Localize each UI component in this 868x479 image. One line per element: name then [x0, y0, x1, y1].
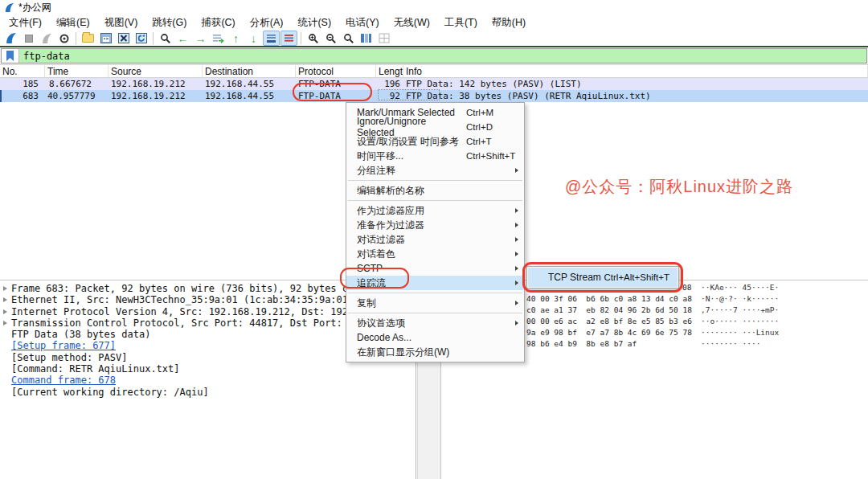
- display-filter-input[interactable]: ftp-data: [1, 48, 867, 63]
- column-header-protocol[interactable]: Protocol: [296, 65, 376, 77]
- toolbar-separator: [301, 32, 301, 44]
- detail-line-command-frame[interactable]: Command frame: 678: [0, 375, 416, 386]
- watermark-annotation: @公众号：阿秋Linux进阶之路: [565, 176, 793, 198]
- menu-item-copy[interactable]: 复制: [346, 296, 524, 310]
- bookmark-icon: [6, 51, 14, 61]
- menu-item-prepare-as-filter[interactable]: 准备作为过滤器: [346, 218, 524, 232]
- zoom-in-icon[interactable]: [305, 31, 321, 46]
- go-to-packet-icon[interactable]: [210, 31, 227, 46]
- window-title: *办公网: [18, 1, 51, 14]
- menu-capture[interactable]: 捕获(C): [194, 14, 242, 31]
- menu-item-time-reference[interactable]: 设置/取消设置 时间参考Ctrl+T: [346, 134, 524, 149]
- submenu-arrow-icon: [515, 252, 518, 256]
- focused-cell-outline: [378, 89, 440, 100]
- capture-options-icon[interactable]: [55, 31, 72, 46]
- close-file-icon[interactable]: [115, 31, 132, 46]
- menu-go[interactable]: 跳转(G): [145, 14, 194, 31]
- open-file-icon[interactable]: [80, 31, 96, 46]
- submenu-arrow-icon: [515, 301, 518, 305]
- packet-row-185[interactable]: 185 8.667672 192.168.19.212 192.168.44.5…: [0, 78, 868, 90]
- cell-source: 192.168.19.212: [108, 91, 203, 101]
- go-up-icon[interactable]: ↑: [227, 31, 244, 46]
- submenu-arrow-icon: [515, 266, 518, 271]
- menu-separator: [348, 200, 522, 201]
- filter-value[interactable]: ftp-data: [19, 51, 70, 62]
- reload-file-icon[interactable]: [133, 31, 149, 46]
- zoom-out-icon[interactable]: [322, 31, 339, 46]
- restart-capture-icon[interactable]: [38, 31, 55, 46]
- resize-columns-icon[interactable]: [358, 31, 375, 46]
- start-capture-icon[interactable]: [2, 31, 19, 46]
- menu-tools[interactable]: 工具(T): [437, 14, 485, 31]
- follow-stream-submenu: TCP Stream Ctrl+Alt+Shift+T: [526, 266, 679, 289]
- auto-scroll-icon[interactable]: [263, 31, 280, 46]
- menu-item-colorize-conversation[interactable]: 对话着色: [346, 247, 524, 261]
- menu-analyze[interactable]: 分析(A): [243, 14, 291, 31]
- column-header-length[interactable]: Lengt: [376, 65, 403, 77]
- expand-icon[interactable]: [3, 309, 7, 314]
- cell-destination: 192.168.44.55: [203, 91, 296, 101]
- cell-time: 8.667672: [45, 79, 108, 89]
- menu-item-ignore-unignore[interactable]: Ignore/Unignore SelectedCtrl+D: [346, 120, 524, 134]
- detail-line-cwd[interactable]: [Current working directory: /Aqiu]: [0, 387, 416, 398]
- column-header-time[interactable]: Time: [45, 65, 108, 77]
- toolbar-separator: [76, 32, 76, 44]
- go-forward-icon[interactable]: →: [192, 31, 209, 46]
- menu-item-decode-as[interactable]: Decode As...: [346, 330, 524, 345]
- wireshark-logo-icon: [4, 2, 14, 13]
- menu-file[interactable]: 文件(F): [2, 14, 49, 31]
- colorize-icon[interactable]: [280, 31, 297, 46]
- go-down-icon[interactable]: ↓: [245, 31, 262, 46]
- command-frame-link[interactable]: Command frame: 678: [11, 375, 116, 386]
- save-file-icon[interactable]: [97, 31, 114, 46]
- title-bar: *办公网: [0, 0, 868, 14]
- detail-line-command[interactable]: [Command: RETR AqiuLinux.txt]: [0, 363, 416, 375]
- submenu-arrow-icon: [515, 321, 518, 325]
- zoom-reset-icon[interactable]: [340, 31, 357, 46]
- menu-item-time-shift[interactable]: 时间平移...Ctrl+Shift+T: [346, 149, 524, 163]
- menu-statistics[interactable]: 统计(S): [290, 14, 338, 31]
- submenu-arrow-icon: [515, 280, 518, 285]
- cell-time: 40.957779: [45, 91, 108, 101]
- expand-icon[interactable]: [3, 321, 7, 325]
- column-header-no[interactable]: No.: [0, 65, 45, 77]
- column-header-destination[interactable]: Destination: [203, 65, 296, 77]
- go-back-icon[interactable]: ←: [174, 31, 191, 46]
- menu-item-sctp[interactable]: SCTP: [346, 261, 524, 276]
- menu-item-follow-stream[interactable]: 追踪流: [346, 276, 524, 290]
- cell-length: 196: [376, 79, 403, 89]
- menu-help[interactable]: 帮助(H): [485, 14, 533, 31]
- cell-protocol: FTP-DATA: [296, 91, 376, 101]
- menu-telephony[interactable]: 电话(Y): [338, 14, 387, 31]
- setup-frame-link[interactable]: [Setup frame: 677]: [11, 340, 116, 351]
- column-header-source[interactable]: Source: [108, 65, 203, 77]
- menu-item-packet-comment[interactable]: 分组注释: [346, 163, 524, 178]
- menu-item-apply-as-filter[interactable]: 作为过滤器应用: [346, 203, 524, 218]
- column-header-info[interactable]: Info: [403, 65, 868, 77]
- expand-icon[interactable]: [3, 286, 7, 291]
- menu-item-edit-resolved-name[interactable]: 编辑解析的名称: [346, 183, 524, 198]
- menu-bar: 文件(F) 编辑(E) 视图(V) 跳转(G) 捕获(C) 分析(A) 统计(S…: [0, 14, 868, 31]
- menu-view[interactable]: 视图(V): [97, 14, 145, 31]
- filter-bar: ftp-data: [0, 47, 868, 64]
- submenu-arrow-icon: [515, 223, 518, 227]
- menu-item-tcp-stream[interactable]: TCP Stream Ctrl+Alt+Shift+T: [528, 268, 678, 287]
- menu-item-show-in-new-window[interactable]: 在新窗口显示分组(W): [346, 345, 524, 359]
- submenu-arrow-icon: [515, 168, 518, 173]
- filter-bookmark-button[interactable]: [2, 49, 19, 63]
- stop-capture-icon[interactable]: [20, 31, 37, 46]
- menu-item-protocol-preferences[interactable]: 协议首选项: [346, 316, 524, 330]
- main-toolbar: ← → ↑ ↓: [0, 31, 868, 47]
- menu-item-conversation-filter[interactable]: 对话过滤器: [346, 232, 524, 247]
- expand-icon[interactable]: [3, 297, 7, 302]
- menu-separator: [348, 180, 522, 181]
- menu-separator: [348, 293, 522, 293]
- menu-separator: [348, 313, 522, 313]
- toolbar-separator: [153, 32, 154, 44]
- cell-destination: 192.168.44.55: [203, 79, 296, 89]
- layout-grid-icon[interactable]: [375, 31, 392, 46]
- find-packet-icon[interactable]: [157, 31, 174, 46]
- cell-source: 192.168.19.212: [108, 79, 203, 89]
- menu-wireless[interactable]: 无线(W): [387, 14, 437, 31]
- menu-edit[interactable]: 编辑(E): [49, 14, 97, 31]
